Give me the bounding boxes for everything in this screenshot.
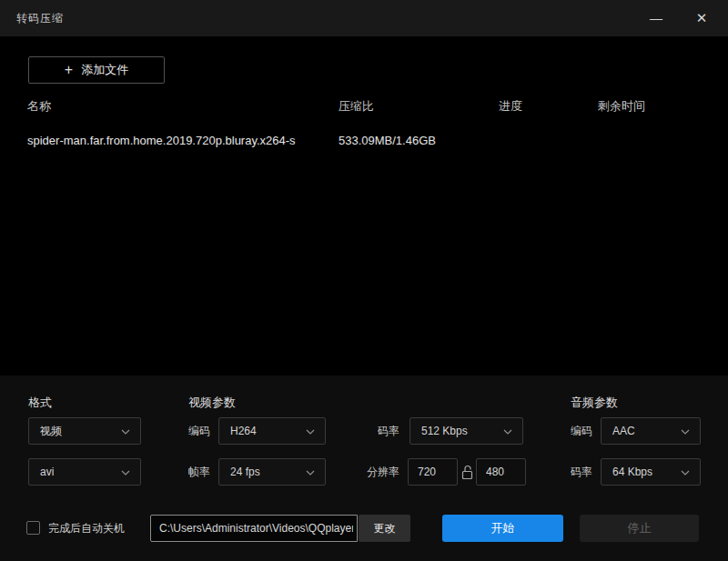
output-path-input[interactable]: [150, 515, 358, 542]
format-section-header: 格式: [28, 395, 52, 411]
minimize-icon: —: [650, 11, 662, 25]
audio-encode-select[interactable]: AAC: [601, 417, 701, 445]
table-row[interactable]: spider-man.far.from.home.2019.720p.blura…: [0, 128, 728, 154]
column-remaining-time: 剩余时间: [598, 94, 645, 119]
video-encode-value: H264: [219, 425, 257, 437]
add-file-button[interactable]: + 添加文件: [28, 56, 165, 84]
chevron-down-icon: [121, 470, 130, 476]
video-encode-label: 编码: [188, 417, 210, 445]
minimize-button[interactable]: —: [641, 0, 672, 36]
add-file-label: 添加文件: [81, 62, 128, 78]
audio-encode-value: AAC: [602, 425, 635, 437]
audio-encode-label: 编码: [571, 417, 592, 445]
chevron-down-icon: [121, 429, 130, 435]
column-name: 名称: [27, 94, 51, 119]
video-encode-select[interactable]: H264: [218, 417, 326, 445]
audio-bitrate-value: 64 Kbps: [602, 466, 652, 478]
video-fps-label: 帧率: [188, 458, 210, 486]
close-icon: ✕: [696, 10, 708, 26]
video-bitrate-select[interactable]: 512 Kbps: [410, 417, 523, 445]
settings-panel: 格式 视频参数 音频参数 视频 编码 H264 码率 512 Kbps 编码 A…: [0, 376, 728, 561]
chevron-down-icon: [306, 470, 315, 476]
format-type-select[interactable]: 视频: [28, 417, 141, 445]
close-button[interactable]: ✕: [686, 0, 717, 36]
video-bitrate-value: 512 Kbps: [410, 425, 468, 437]
chevron-down-icon: [503, 429, 512, 435]
unlock-icon[interactable]: [461, 465, 474, 480]
change-path-button[interactable]: 更改: [359, 515, 410, 542]
chevron-down-icon: [681, 429, 690, 435]
audio-section-header: 音频参数: [571, 395, 618, 411]
audio-bitrate-label: 码率: [571, 458, 592, 486]
start-button[interactable]: 开始: [442, 515, 563, 542]
format-type-value: 视频: [29, 424, 62, 439]
column-progress: 进度: [499, 94, 522, 119]
video-bitrate-label: 码率: [378, 417, 399, 445]
title-bar: 转码压缩 — ✕: [0, 0, 728, 36]
file-name: spider-man.far.from.home.2019.720p.blura…: [27, 128, 296, 154]
format-container-select[interactable]: avi: [28, 458, 141, 486]
plus-icon: +: [65, 62, 73, 78]
chevron-down-icon: [306, 429, 315, 435]
video-section-header: 视频参数: [188, 395, 236, 411]
column-compression-ratio: 压缩比: [339, 94, 374, 119]
transcode-dialog: 转码压缩 — ✕ + 添加文件 名称 压缩比 进度 剩余时间 spider-ma…: [0, 0, 728, 561]
resolution-height-input[interactable]: [476, 458, 526, 486]
video-fps-value: 24 fps: [219, 466, 260, 478]
audio-bitrate-select[interactable]: 64 Kbps: [601, 458, 701, 486]
file-list-header: 名称 压缩比 进度 剩余时间: [0, 94, 728, 119]
video-fps-select[interactable]: 24 fps: [218, 458, 326, 486]
format-container-value: avi: [29, 466, 54, 478]
shutdown-checkbox[interactable]: [26, 521, 40, 535]
window-title: 转码压缩: [16, 0, 64, 36]
file-compression-ratio: 533.09MB/1.46GB: [339, 128, 436, 154]
stop-button[interactable]: 停止: [580, 515, 699, 542]
resolution-label: 分辨率: [367, 458, 399, 486]
shutdown-label[interactable]: 完成后自动关机: [48, 515, 125, 542]
resolution-width-input[interactable]: [408, 458, 458, 486]
chevron-down-icon: [681, 470, 690, 476]
